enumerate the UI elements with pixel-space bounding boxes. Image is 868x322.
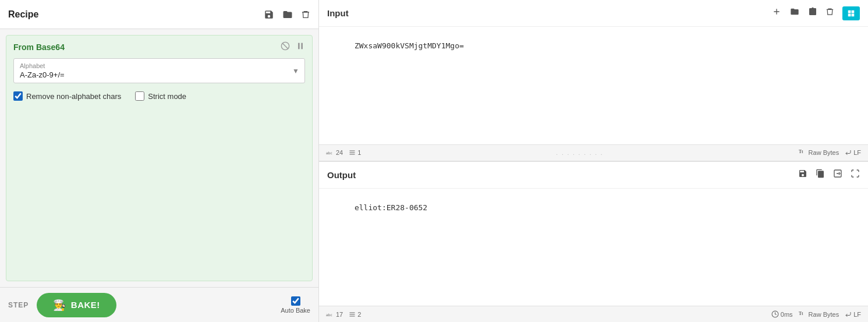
output-char-count: 17 [336, 311, 343, 318]
recipe-header-icons [264, 9, 310, 20]
input-line-count-badge: 1 [349, 149, 361, 156]
svg-text:Tt: Tt [799, 311, 803, 316]
plus-icon [772, 7, 781, 16]
return-icon [845, 149, 852, 156]
bake-button[interactable]: 👨‍🍳 BAKE! [37, 293, 116, 317]
output-header: Output [319, 162, 868, 189]
input-lf-badge: LF [845, 149, 861, 156]
checkboxes-row: Remove non-alphabet chars Strict mode [13, 91, 305, 101]
bake-label: BAKE! [71, 300, 100, 310]
input-status-bar: abc 24 1 . . . . . . . . . Tt Raw Bytes … [319, 144, 868, 161]
output-timer-badge: 0ms [771, 310, 793, 318]
delete-input-button[interactable] [826, 7, 834, 19]
divider-dots: . . . . . . . . . [367, 150, 792, 156]
output-right-status: 0ms Tt Raw Bytes LF [771, 310, 861, 319]
step-label: STEP [8, 301, 29, 309]
input-section: Input ZWxsaW900kVSMjgtMD [319, 0, 868, 162]
strict-mode-checkbox[interactable]: Strict mode [135, 91, 186, 101]
abc-icon: abc [326, 150, 334, 155]
alphabet-label: Alphabet [20, 62, 287, 69]
output-char-count-badge: abc 17 [326, 311, 343, 318]
text-format-icon: Tt [799, 148, 807, 157]
svg-text:abc: abc [326, 151, 332, 155]
alphabet-field[interactable]: Alphabet A-Za-z0-9+/= [13, 58, 305, 83]
input-lf-label: LF [853, 149, 861, 156]
output-lf-badge: LF [845, 311, 861, 318]
copy-output-button[interactable] [816, 169, 825, 181]
pause-icon [296, 41, 305, 51]
operation-block: From Base64 Alphabet A-Za-z0-9+/= ▼ [6, 35, 313, 281]
recipe-header: Recipe [0, 0, 318, 29]
input-raw-bytes-badge: Tt Raw Bytes [799, 148, 839, 157]
svg-rect-2 [298, 43, 300, 49]
svg-line-1 [282, 43, 288, 48]
svg-text:Tt: Tt [799, 149, 803, 154]
output-raw-bytes-label: Raw Bytes [809, 311, 839, 318]
operation-header-icons [281, 41, 305, 52]
left-panel: Recipe From Base64 [0, 0, 319, 322]
operation-title: From Base64 [13, 43, 65, 52]
alphabet-wrapper: Alphabet A-Za-z0-9+/= ▼ [13, 58, 305, 83]
input-char-count: 24 [336, 149, 343, 156]
grid-icon [847, 9, 855, 17]
trash-icon [301, 9, 310, 20]
input-header: Input [319, 0, 868, 27]
send-to-input-button[interactable] [833, 169, 842, 181]
lines-icon [349, 149, 356, 156]
save2-icon [798, 169, 807, 178]
operation-header: From Base64 [13, 41, 305, 52]
strict-mode-label: Strict mode [148, 92, 186, 101]
remove-non-alpha-input[interactable] [13, 91, 23, 101]
send-icon [833, 169, 842, 178]
delete-recipe-button[interactable] [301, 9, 310, 20]
file-folder-icon [789, 7, 800, 16]
open-file-button[interactable] [789, 7, 800, 19]
output-section: Output elliot:ER28-0652 abc [319, 162, 868, 323]
input-text-area[interactable]: ZWxsaW900kVSMjgtMDY1Mgo= [319, 27, 868, 144]
clock-icon [771, 310, 779, 318]
recipe-title: Recipe [8, 9, 257, 20]
input-raw-bytes-label: Raw Bytes [809, 149, 839, 156]
lines2-icon [349, 311, 356, 318]
add-input-button[interactable] [772, 7, 781, 19]
input-char-count-badge: abc 24 [326, 149, 343, 156]
trash2-icon [826, 7, 834, 16]
disable-operation-button[interactable] [281, 41, 290, 52]
auto-bake-wrap: Auto Bake [281, 296, 310, 314]
remove-non-alpha-label: Remove non-alphabet chars [26, 92, 121, 101]
svg-text:abc: abc [326, 312, 332, 316]
copy-icon [816, 169, 825, 178]
output-status-bar: abc 17 2 0ms Tt Raw Bytes LF [319, 306, 868, 322]
pause-operation-button[interactable] [296, 41, 305, 52]
save-button[interactable] [264, 9, 274, 20]
disable-icon [281, 41, 290, 51]
maximize-output-button[interactable] [851, 169, 860, 181]
abc2-icon: abc [326, 312, 334, 317]
maximize-icon [851, 169, 860, 178]
chef-icon: 👨‍🍳 [53, 299, 66, 312]
auto-bake-checkbox[interactable] [291, 296, 300, 306]
input-value: ZWxsaW900kVSMjgtMDY1Mgo= [355, 41, 464, 50]
remove-non-alpha-checkbox[interactable]: Remove non-alphabet chars [13, 91, 121, 101]
return2-icon [845, 311, 852, 318]
input-title: Input [327, 8, 772, 18]
save-output-button[interactable] [798, 169, 807, 181]
output-lf-label: LF [853, 311, 861, 318]
output-timer: 0ms [781, 311, 793, 318]
paste-icon [808, 7, 817, 16]
folder-icon [282, 9, 293, 20]
output-text-area[interactable]: elliot:ER28-0652 [319, 189, 868, 306]
auto-bake-label: Auto Bake [281, 307, 310, 314]
teal-button[interactable] [842, 6, 860, 20]
folder-button[interactable] [282, 9, 293, 20]
right-panel: Input ZWxsaW900kVSMjgtMD [319, 0, 868, 322]
output-title: Output [327, 170, 798, 180]
strict-mode-input[interactable] [135, 91, 144, 101]
output-line-count-badge: 2 [349, 311, 361, 318]
paste-button[interactable] [808, 7, 817, 19]
output-value: elliot:ER28-0652 [355, 203, 427, 212]
save-icon [264, 9, 274, 20]
text-format2-icon: Tt [799, 310, 807, 319]
output-line-count: 2 [357, 311, 361, 318]
left-footer: STEP 👨‍🍳 BAKE! Auto Bake [0, 287, 318, 322]
